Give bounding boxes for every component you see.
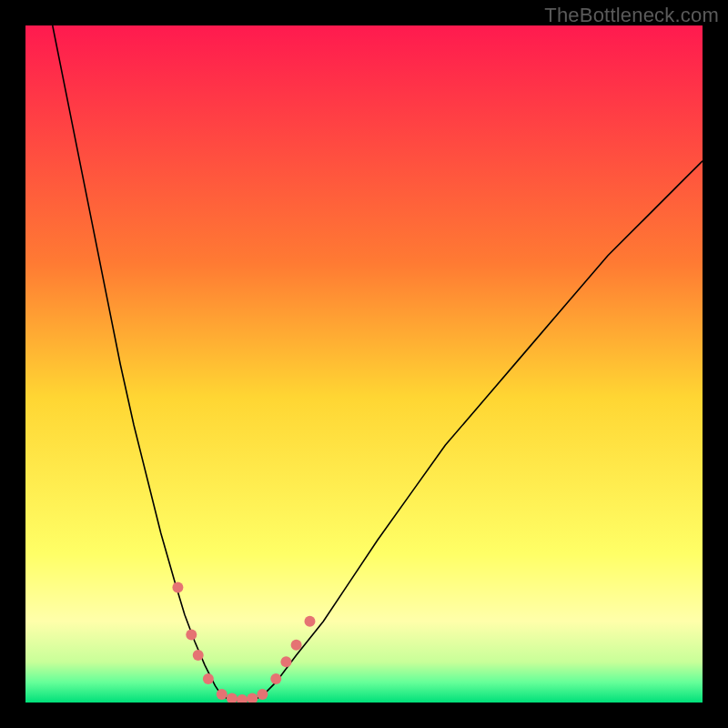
bottleneck-chart <box>25 25 703 703</box>
marker-point <box>217 689 228 700</box>
marker-point <box>280 656 291 667</box>
marker-point <box>172 582 183 593</box>
watermark-text: TheBottleneck.com <box>544 4 719 27</box>
marker-point <box>193 650 204 661</box>
marker-point <box>304 616 315 627</box>
marker-point <box>257 689 268 700</box>
plot-background <box>25 25 703 703</box>
marker-point <box>291 640 302 651</box>
chart-frame: TheBottleneck.com <box>0 0 728 728</box>
marker-point <box>270 673 281 684</box>
marker-point <box>186 630 197 641</box>
marker-point <box>203 673 214 684</box>
